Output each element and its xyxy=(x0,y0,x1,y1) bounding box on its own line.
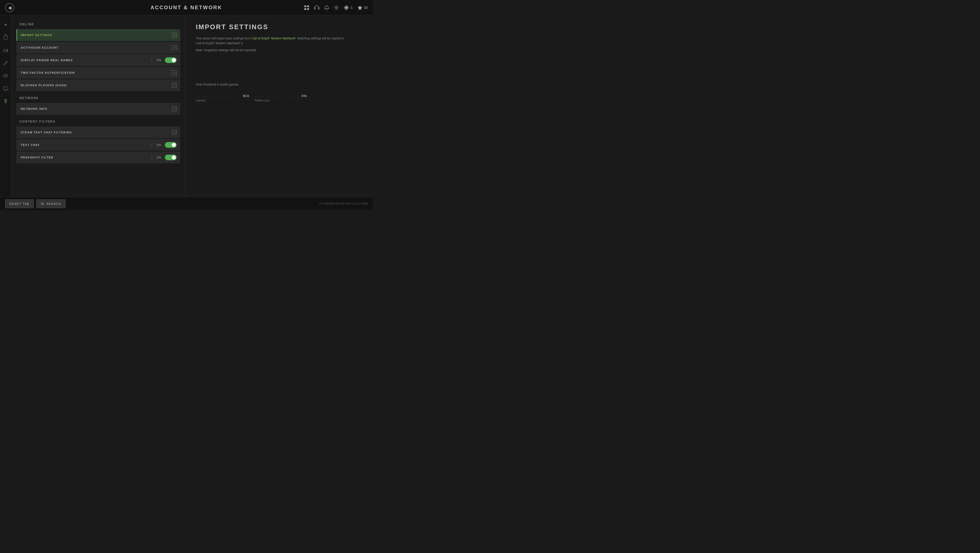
profanity-filter-label: PROFANITY FILTER xyxy=(17,156,151,159)
blocked-players-label: BLOCKED PLAYERS (0/200) xyxy=(17,84,172,87)
svg-rect-5 xyxy=(318,8,319,9)
svg-rect-4 xyxy=(314,8,315,9)
header: ◀ ACCOUNT & NETWORK xyxy=(0,0,373,15)
steam-text-chat-label: STEAM TEXT CHAT FILTERING xyxy=(17,131,172,134)
reset-tab-button[interactable]: RESET TAB xyxy=(5,199,34,208)
svg-point-14 xyxy=(7,51,8,51)
rank-button[interactable]: 1 xyxy=(344,5,353,11)
functional-note: Only functional in public games. xyxy=(196,83,363,86)
settings-item-two-factor-auth[interactable]: TWO-FACTOR AUTHENTICATION xyxy=(16,67,180,79)
sidebar-icon-speaker[interactable] xyxy=(2,72,10,80)
latency-dashes: - - - - - - - - - - - - - - - - xyxy=(196,94,241,98)
activision-account-label: ACTIVISION ACCOUNT xyxy=(17,46,172,49)
headset-icon[interactable] xyxy=(314,5,320,10)
svg-marker-8 xyxy=(345,6,348,9)
settings-item-steam-text-chat[interactable]: STEAM TEXT CHAT FILTERING xyxy=(16,127,180,138)
currency-value: 15 xyxy=(364,6,368,10)
svg-point-18 xyxy=(5,101,6,102)
external-link-icon xyxy=(172,33,177,37)
right-panel-title: IMPORT SETTINGS xyxy=(196,23,363,31)
right-panel-description: This action will import your settings fr… xyxy=(196,36,344,46)
packet-loss-label: Packet Loss xyxy=(255,99,307,102)
bell-icon[interactable] xyxy=(324,5,329,10)
section-header-network: NETWORK xyxy=(16,94,180,102)
settings-item-network-info[interactable]: NETWORK INFO xyxy=(16,103,180,115)
main-layout: ★ xyxy=(0,15,373,197)
settings-panel: ONLINE IMPORT SETTINGS ACTIVISION ACCOUN… xyxy=(11,15,185,197)
svg-point-20 xyxy=(41,202,43,205)
version-info: 9.4.13064550 [36:210:1465+1] Tmc [7000] xyxy=(319,202,368,205)
settings-item-activision-account[interactable]: ACTIVISION ACCOUNT xyxy=(16,42,180,54)
two-factor-auth-label: TWO-FACTOR AUTHENTICATION xyxy=(17,71,172,74)
import-settings-label: IMPORT SETTINGS xyxy=(17,33,172,37)
grid-icon[interactable] xyxy=(304,5,309,10)
svg-point-13 xyxy=(6,50,7,51)
svg-line-21 xyxy=(43,204,44,205)
display-friend-names-label: DISPLAY FRIEND REAL NAMES xyxy=(17,59,151,62)
sidebar-icon-star[interactable]: ★ xyxy=(2,21,10,29)
latency-group: - - - - - - - - - - - - - - - - N/A Late… xyxy=(196,94,249,102)
reset-tab-label: RESET TAB xyxy=(10,202,29,205)
right-panel-note: Note: Graphical settings will not be imp… xyxy=(196,48,363,52)
packet-loss-group: - - - - - - - - - - - - - - - - 0% Packe… xyxy=(255,94,307,102)
packet-loss-line: - - - - - - - - - - - - - - - - 0% xyxy=(255,94,307,98)
section-header-content-filters: CONTENT FILTERS xyxy=(16,118,180,126)
external-link-icon-4 xyxy=(172,83,177,87)
sidebar-icons: ★ xyxy=(0,15,11,197)
network-info-label: NETWORK INFO xyxy=(17,107,172,110)
latency-line: - - - - - - - - - - - - - - - - N/A xyxy=(196,94,249,98)
divider xyxy=(151,57,152,63)
rank-value: 1 xyxy=(351,6,353,10)
svg-rect-3 xyxy=(307,8,309,10)
profanity-filter-value: ON xyxy=(153,156,165,159)
svg-rect-15 xyxy=(3,87,8,90)
display-friend-names-value: ON xyxy=(153,59,165,62)
svg-rect-2 xyxy=(304,8,306,10)
settings-item-profanity-filter[interactable]: PROFANITY FILTER ON xyxy=(16,152,180,163)
page-title: ACCOUNT & NETWORK xyxy=(151,5,222,11)
divider-3 xyxy=(151,155,152,160)
bottom-bar: RESET TAB SEARCH 9.4.13064550 [36:210:14… xyxy=(0,197,373,210)
currency-button[interactable]: 15 xyxy=(357,5,368,10)
profanity-filter-toggle[interactable] xyxy=(165,155,177,160)
right-panel: IMPORT SETTINGS This action will import … xyxy=(185,15,373,197)
settings-item-text-chat[interactable]: TEXT CHAT ON xyxy=(16,139,180,151)
packet-loss-value: 0% xyxy=(302,94,307,98)
latency-label: Latency xyxy=(196,99,249,102)
external-link-icon-3 xyxy=(172,70,177,75)
packet-loss-dashes: - - - - - - - - - - - - - - - - xyxy=(255,94,299,98)
header-icons: 1 15 xyxy=(304,5,368,11)
search-label: SEARCH xyxy=(46,202,61,205)
divider-2 xyxy=(151,142,152,148)
search-button[interactable]: SEARCH xyxy=(37,199,65,208)
external-link-icon-5 xyxy=(172,106,177,111)
text-chat-value: ON xyxy=(153,143,165,146)
display-friend-names-toggle[interactable] xyxy=(165,57,177,63)
settings-item-display-friend-names[interactable]: DISPLAY FRIEND REAL NAMES ON xyxy=(16,54,180,66)
section-header-online: ONLINE xyxy=(16,21,180,28)
sidebar-icon-pencil[interactable] xyxy=(2,59,10,67)
settings-item-import-settings[interactable]: IMPORT SETTINGS xyxy=(16,29,180,41)
search-icon xyxy=(41,202,44,206)
latency-value: N/A xyxy=(243,94,249,98)
svg-marker-9 xyxy=(358,5,362,10)
settings-gear-icon[interactable] xyxy=(334,5,339,10)
back-icon: ◀ xyxy=(8,5,11,11)
text-chat-label: TEXT CHAT xyxy=(17,143,151,146)
text-chat-toggle[interactable] xyxy=(165,142,177,148)
svg-rect-1 xyxy=(307,5,309,7)
sidebar-icon-mouse[interactable] xyxy=(2,33,10,41)
sidebar-icon-display[interactable] xyxy=(2,84,10,93)
external-link-icon-2 xyxy=(172,45,177,50)
sidebar-icon-controller[interactable] xyxy=(2,46,10,54)
sidebar-icon-antenna[interactable] xyxy=(2,97,10,105)
back-button[interactable]: ◀ xyxy=(5,3,14,12)
svg-point-6 xyxy=(336,7,337,8)
settings-item-blocked-players[interactable]: BLOCKED PLAYERS (0/200) xyxy=(16,79,180,91)
svg-rect-0 xyxy=(304,5,306,7)
external-link-icon-6 xyxy=(172,130,177,135)
desc-prefix: This action will import your settings fr… xyxy=(196,37,251,40)
desc-highlight: Call of Duty®: Modern Warfare® xyxy=(251,37,296,40)
network-stats: - - - - - - - - - - - - - - - - N/A Late… xyxy=(196,94,363,102)
